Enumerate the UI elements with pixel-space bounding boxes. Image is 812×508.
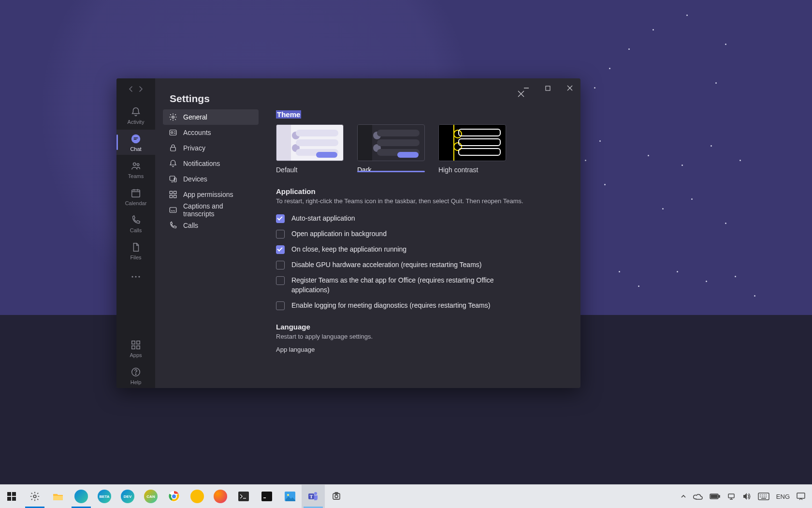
- forward-button[interactable]: [138, 86, 144, 93]
- svg-rect-44: [719, 495, 720, 497]
- taskbar-cmd[interactable]: [255, 485, 278, 508]
- svg-rect-24: [170, 208, 176, 213]
- tray-network-icon[interactable]: [727, 493, 736, 500]
- nav-calls-label: Calls: [183, 222, 198, 229]
- tray-onedrive-icon[interactable]: [693, 493, 703, 500]
- rail-chat-label: Chat: [116, 146, 155, 152]
- svg-rect-47: [758, 493, 769, 500]
- svg-point-7: [138, 276, 140, 277]
- taskbar-edge[interactable]: [70, 485, 93, 508]
- svg-point-1: [131, 134, 140, 143]
- theme-heading: Theme: [276, 110, 301, 119]
- nav-devices-label: Devices: [183, 175, 207, 183]
- rail-activity-label: Activity: [116, 119, 155, 125]
- svg-rect-19: [174, 178, 176, 182]
- nav-calls[interactable]: Calls: [163, 218, 259, 233]
- taskbar-settings[interactable]: [23, 485, 46, 508]
- theme-default-label: Default: [276, 165, 344, 174]
- application-option-checkbox[interactable]: [276, 276, 285, 285]
- rail-apps[interactable]: Apps: [116, 336, 155, 361]
- settings-content: Theme Default: [259, 107, 580, 388]
- application-option-label: Enable logging for meeting diagnostics (…: [291, 300, 490, 310]
- application-option-label: Auto-start application: [291, 213, 355, 223]
- taskbar-photos[interactable]: [278, 485, 302, 508]
- svg-point-6: [135, 276, 136, 277]
- application-option-checkbox[interactable]: [276, 301, 285, 310]
- rail-help[interactable]: Help: [116, 363, 155, 388]
- taskbar-edge-dev[interactable]: DEV: [116, 485, 139, 508]
- taskbar-edge-beta[interactable]: BETA: [93, 485, 116, 508]
- settings-panel: Settings General Accounts Privacy: [155, 78, 580, 388]
- svg-text:T: T: [310, 494, 313, 499]
- svg-point-5: [131, 276, 133, 277]
- svg-rect-8: [132, 341, 135, 344]
- nav-notifications[interactable]: Notifications: [163, 156, 259, 171]
- nav-devices[interactable]: Devices: [163, 171, 259, 187]
- rail-files[interactable]: Files: [116, 238, 155, 263]
- taskbar-snip[interactable]: [325, 485, 348, 508]
- nav-privacy[interactable]: Privacy: [163, 140, 259, 156]
- taskbar-terminal[interactable]: [232, 485, 255, 508]
- start-button[interactable]: [0, 485, 23, 508]
- nav-accounts[interactable]: Accounts: [163, 125, 259, 140]
- tray-notifications-icon[interactable]: [797, 493, 805, 500]
- application-option-checkbox[interactable]: [276, 230, 285, 239]
- back-button[interactable]: [128, 86, 134, 93]
- taskbar-firefox[interactable]: [209, 485, 232, 508]
- svg-rect-10: [132, 346, 135, 349]
- tray-battery-icon[interactable]: [710, 493, 720, 499]
- svg-rect-46: [728, 494, 734, 498]
- svg-rect-26: [12, 492, 16, 496]
- rail-files-label: Files: [116, 254, 155, 260]
- theme-default[interactable]: Default: [276, 124, 344, 174]
- application-option: Open application in background: [276, 226, 498, 241]
- close-settings-button[interactable]: [512, 85, 530, 103]
- maximize-button[interactable]: [537, 78, 559, 98]
- taskbar: BETA DEV CAN: [0, 484, 812, 508]
- theme-high-contrast[interactable]: High contrast: [438, 124, 506, 174]
- language-description: Restart to apply language settings.: [276, 333, 566, 340]
- application-description: To restart, right-click the Teams icon i…: [276, 197, 566, 205]
- application-option-checkbox[interactable]: [276, 261, 285, 269]
- rail-calendar[interactable]: Calendar: [116, 184, 155, 209]
- taskbar-chrome-canary[interactable]: [186, 485, 209, 508]
- application-option-checkbox[interactable]: [276, 214, 285, 223]
- svg-rect-22: [170, 195, 172, 198]
- tray-overflow[interactable]: [681, 493, 686, 499]
- taskbar-chrome[interactable]: [162, 485, 186, 508]
- svg-point-14: [172, 116, 174, 119]
- application-section: Application To restart, right-click the …: [276, 187, 566, 313]
- application-option-checkbox[interactable]: [276, 245, 285, 254]
- rail-calls[interactable]: Calls: [116, 211, 155, 236]
- rail-activity[interactable]: Activity: [116, 103, 155, 128]
- rail-chat[interactable]: Chat: [116, 130, 155, 155]
- svg-point-32: [172, 494, 176, 499]
- tray-language[interactable]: ENG: [776, 493, 790, 500]
- rail-more[interactable]: [116, 265, 155, 286]
- svg-rect-27: [7, 497, 11, 501]
- nav-general[interactable]: General: [163, 109, 259, 125]
- rail-help-label: Help: [116, 379, 155, 385]
- app-rail: Activity Chat Teams Calendar Calls Files: [116, 78, 155, 388]
- svg-point-16: [171, 132, 173, 134]
- taskbar-explorer[interactable]: [46, 485, 70, 508]
- svg-point-39: [314, 492, 317, 495]
- application-option: Register Teams as the chat app for Offic…: [276, 272, 498, 298]
- svg-rect-23: [174, 195, 176, 198]
- close-window-button[interactable]: [559, 78, 580, 98]
- nav-app-permissions[interactable]: App permissions: [163, 187, 259, 202]
- taskbar-teams[interactable]: T: [302, 485, 325, 508]
- nav-captions-label: Captions and transcripts: [183, 202, 253, 218]
- language-section: Language Restart to apply language setti…: [276, 323, 566, 353]
- rail-calls-label: Calls: [116, 227, 155, 233]
- svg-point-29: [33, 495, 36, 498]
- rail-teams[interactable]: Teams: [116, 157, 155, 182]
- theme-dark[interactable]: Dark: [357, 124, 425, 174]
- nav-captions[interactable]: Captions and transcripts: [163, 202, 259, 218]
- tray-volume-icon[interactable]: [742, 493, 751, 500]
- svg-point-2: [133, 163, 136, 166]
- app-language-label: App language: [276, 346, 566, 353]
- svg-point-3: [137, 164, 139, 165]
- tray-keyboard-icon[interactable]: [758, 493, 769, 500]
- taskbar-edge-canary[interactable]: CAN: [139, 485, 162, 508]
